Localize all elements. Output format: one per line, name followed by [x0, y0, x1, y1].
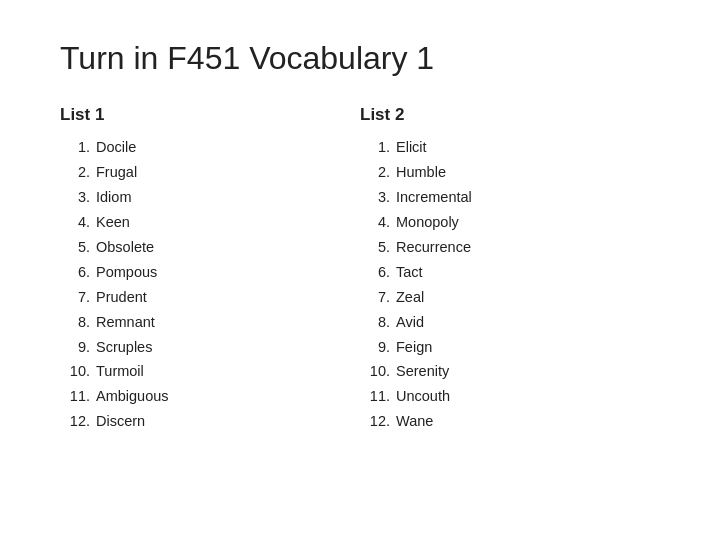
list-num: 9. — [360, 335, 390, 360]
list-num: 6. — [360, 260, 390, 285]
list-num: 10. — [60, 359, 90, 384]
list-num: 2. — [360, 160, 390, 185]
list-num: 3. — [360, 185, 390, 210]
list-item: 3.Idiom — [60, 185, 360, 210]
list-num: 6. — [60, 260, 90, 285]
list2-items: 1.Elicit2.Humble3.Incremental4.Monopoly5… — [360, 135, 660, 434]
list-num: 12. — [360, 409, 390, 434]
list-num: 4. — [60, 210, 90, 235]
list-word: Serenity — [396, 359, 449, 384]
list-word: Pompous — [96, 260, 157, 285]
list2-heading: List 2 — [360, 105, 660, 125]
list-word: Prudent — [96, 285, 147, 310]
list-item: 9.Scruples — [60, 335, 360, 360]
list-num: 9. — [60, 335, 90, 360]
list-num: 5. — [360, 235, 390, 260]
list-word: Humble — [396, 160, 446, 185]
list-item: 9.Feign — [360, 335, 660, 360]
list-word: Ambiguous — [96, 384, 169, 409]
list-item: 11.Uncouth — [360, 384, 660, 409]
list-num: 10. — [360, 359, 390, 384]
list-item: 5.Obsolete — [60, 235, 360, 260]
list-item: 7.Prudent — [60, 285, 360, 310]
list-word: Avid — [396, 310, 424, 335]
list-item: 12.Discern — [60, 409, 360, 434]
list-word: Keen — [96, 210, 130, 235]
list-item: 3.Incremental — [360, 185, 660, 210]
list-num: 1. — [360, 135, 390, 160]
list2-section: List 2 1.Elicit2.Humble3.Incremental4.Mo… — [360, 105, 660, 510]
list-word: Scruples — [96, 335, 152, 360]
list-item: 5.Recurrence — [360, 235, 660, 260]
list-item: 4.Keen — [60, 210, 360, 235]
list-item: 4.Monopoly — [360, 210, 660, 235]
list-word: Idiom — [96, 185, 131, 210]
list-word: Uncouth — [396, 384, 450, 409]
list-num: 5. — [60, 235, 90, 260]
list-word: Obsolete — [96, 235, 154, 260]
list-word: Docile — [96, 135, 136, 160]
list-item: 6.Tact — [360, 260, 660, 285]
list-item: 8.Remnant — [60, 310, 360, 335]
lists-container: List 1 1.Docile2.Frugal3.Idiom4.Keen5.Ob… — [60, 105, 660, 510]
list-item: 6.Pompous — [60, 260, 360, 285]
list-word: Monopoly — [396, 210, 459, 235]
list-item: 10.Serenity — [360, 359, 660, 384]
list-item: 1.Elicit — [360, 135, 660, 160]
list-num: 4. — [360, 210, 390, 235]
list-word: Turmoil — [96, 359, 144, 384]
list-word: Feign — [396, 335, 432, 360]
list-word: Zeal — [396, 285, 424, 310]
list-item: 8.Avid — [360, 310, 660, 335]
page: Turn in F451 Vocabulary 1 List 1 1.Docil… — [0, 0, 720, 540]
list-num: 7. — [360, 285, 390, 310]
list-word: Wane — [396, 409, 433, 434]
list-word: Elicit — [396, 135, 427, 160]
list-item: 7.Zeal — [360, 285, 660, 310]
list1-section: List 1 1.Docile2.Frugal3.Idiom4.Keen5.Ob… — [60, 105, 360, 510]
list1-items: 1.Docile2.Frugal3.Idiom4.Keen5.Obsolete6… — [60, 135, 360, 434]
list-item: 10.Turmoil — [60, 359, 360, 384]
list-item: 1.Docile — [60, 135, 360, 160]
list-num: 7. — [60, 285, 90, 310]
list-word: Incremental — [396, 185, 472, 210]
list-item: 11.Ambiguous — [60, 384, 360, 409]
list-num: 12. — [60, 409, 90, 434]
list-item: 12.Wane — [360, 409, 660, 434]
list1-heading: List 1 — [60, 105, 360, 125]
list-word: Frugal — [96, 160, 137, 185]
list-num: 8. — [360, 310, 390, 335]
list-word: Remnant — [96, 310, 155, 335]
list-item: 2.Frugal — [60, 160, 360, 185]
list-word: Recurrence — [396, 235, 471, 260]
list-word: Tact — [396, 260, 423, 285]
list-num: 2. — [60, 160, 90, 185]
list-item: 2.Humble — [360, 160, 660, 185]
list-num: 11. — [360, 384, 390, 409]
list-num: 3. — [60, 185, 90, 210]
list-num: 8. — [60, 310, 90, 335]
page-title: Turn in F451 Vocabulary 1 — [60, 40, 660, 77]
list-num: 1. — [60, 135, 90, 160]
list-num: 11. — [60, 384, 90, 409]
list-word: Discern — [96, 409, 145, 434]
